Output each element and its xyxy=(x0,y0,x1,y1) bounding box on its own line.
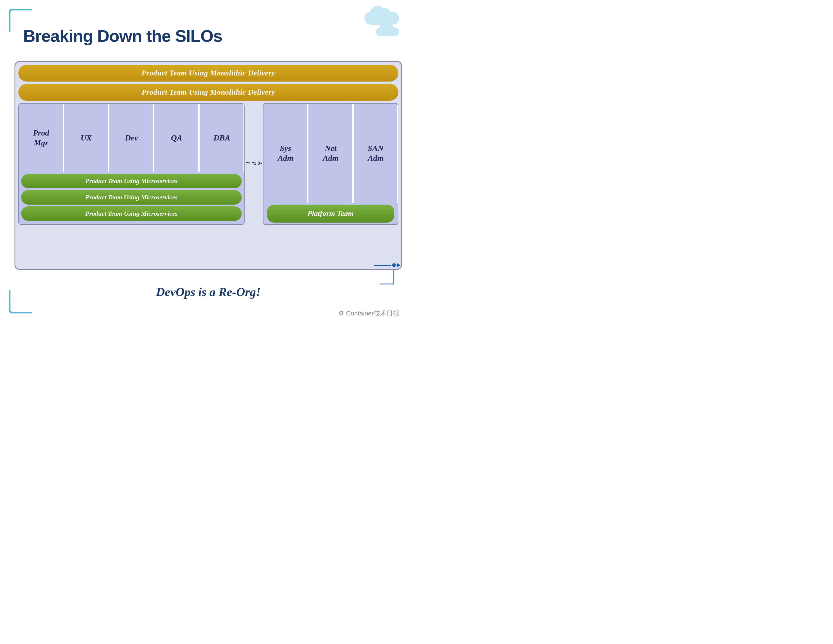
cloud-small xyxy=(376,27,399,36)
arrow-head xyxy=(397,263,401,267)
col-net-adm: NetAdm xyxy=(309,104,354,203)
devops-text: DevOps is a Re-Org! xyxy=(156,285,261,299)
branding-icon: ⚙ xyxy=(338,310,344,317)
branding: ⚙ Container技术日报 xyxy=(338,309,399,318)
arrow-line xyxy=(374,265,391,266)
outer-box: Product Team Using Monolithic Delivery P… xyxy=(14,61,402,270)
left-columns: ProdMgr UX Dev QA DBA xyxy=(18,103,244,225)
cloud-large xyxy=(364,11,399,25)
middle-section: ProdMgr UX Dev QA DBA xyxy=(18,103,398,225)
cloud-decoration xyxy=(364,11,399,36)
main-diagram: Product Team Using Monolithic Delivery P… xyxy=(14,61,402,305)
col-qa: QA xyxy=(154,104,199,172)
microservice-bars: Product Team Using Microservices Product… xyxy=(19,172,244,224)
microservice-bar-1: Product Team Using Microservices xyxy=(21,174,242,188)
left-columns-header: ProdMgr UX Dev QA DBA xyxy=(19,104,244,172)
monolithic-bar-2: Product Team Using Monolithic Delivery xyxy=(18,84,398,101)
monolithic-bars: Product Team Using Monolithic Delivery P… xyxy=(18,65,398,101)
microservice-bar-2: Product Team Using Microservices xyxy=(21,190,242,204)
arrow-diamond xyxy=(392,263,397,268)
col-sys-adm: SysAdm xyxy=(264,104,309,203)
api-label: API xyxy=(244,162,263,166)
arrow-row xyxy=(374,263,401,267)
api-divider: API xyxy=(244,103,263,225)
platform-bar: Platform Team xyxy=(267,204,394,222)
platform-area: Platform Team xyxy=(264,203,398,224)
arrow-decoration xyxy=(374,263,401,284)
corner-arrow xyxy=(380,270,394,284)
col-san-adm: SANAdm xyxy=(354,104,398,203)
col-dba: DBA xyxy=(199,104,244,172)
col-ux: UX xyxy=(64,104,109,172)
col-prod-mgr: ProdMgr xyxy=(19,104,64,172)
branding-text: Container技术日报 xyxy=(346,310,399,317)
right-columns: SysAdm NetAdm SANAdm Platform Team xyxy=(263,103,398,225)
microservice-bar-3: Product Team Using Microservices xyxy=(21,206,242,221)
right-columns-header: SysAdm NetAdm SANAdm xyxy=(264,104,398,203)
col-dev: Dev xyxy=(109,104,154,172)
page-title: Breaking Down the SILOs xyxy=(23,26,222,45)
monolithic-bar-1: Product Team Using Monolithic Delivery xyxy=(18,65,398,82)
